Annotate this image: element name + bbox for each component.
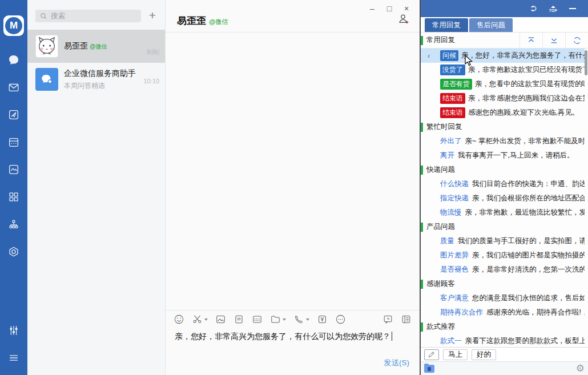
menu-icon[interactable] — [0, 344, 27, 372]
reply-text: 亲，您好，非常高兴为您服务了，有什么... — [461, 51, 585, 61]
search-input[interactable]: 搜索 — [35, 10, 141, 22]
expand-all-icon[interactable] — [542, 33, 565, 49]
reply-tag: 什么快递 — [440, 179, 469, 189]
emoji-icon[interactable] — [174, 314, 184, 325]
reply-text: 我有事离开一下,马上回来，请稍后。 — [458, 151, 585, 160]
section-color-bar — [421, 223, 423, 232]
top-icon[interactable]: TOP — [543, 2, 563, 15]
reply-item[interactable]: 是否有货亲，您看中的这款宝贝是有现货的呢... — [421, 77, 585, 91]
scrollbar-thumb[interactable] — [585, 50, 587, 75]
app-window: M — [0, 0, 588, 375]
avatar — [35, 35, 58, 58]
reply-text: 亲，非常抱歉这款宝贝已经没有现货了... — [468, 65, 585, 75]
minimize-button[interactable]: – — [364, 2, 381, 15]
reply-item[interactable]: 结束语感谢您的惠顾,欢迎下次光临,再见。 — [421, 106, 585, 120]
quick-reply-chip[interactable]: 马上 — [443, 349, 468, 360]
gear-icon[interactable]: ⚙ — [576, 364, 585, 373]
collapse-all-icon[interactable] — [519, 33, 542, 49]
reply-text: 亲，非常抱歉，最近物流比较繁忙，发... — [465, 208, 585, 217]
maximize-button[interactable]: □ — [381, 2, 398, 15]
reply-item[interactable]: 质量我们的质量与手工很好的，是实拍图，请... — [421, 234, 585, 248]
reply-item[interactable]: 款式一亲看下这款跟您要的那款款式，板型上... — [421, 334, 585, 347]
refresh-icon[interactable] — [565, 33, 588, 49]
reply-item[interactable]: 物流慢亲，非常抱歉，最近物流比较繁忙，发... — [421, 205, 585, 220]
workbench-icon[interactable] — [0, 101, 27, 128]
image-icon[interactable] — [215, 314, 226, 325]
contact-name: 易歪歪 — [64, 41, 88, 51]
chat-window: – □ × 易歪歪 @微信 — [166, 0, 420, 375]
close-button[interactable]: × — [398, 2, 415, 15]
folder-icon[interactable] — [424, 365, 434, 373]
gallery-icon[interactable] — [0, 156, 27, 183]
reply-text: 您的满意是我们永恒的追求，售后如... — [472, 293, 585, 303]
org-chart-icon[interactable] — [0, 211, 27, 238]
group-header-label: 常用回复 — [426, 35, 519, 45]
reply-tag: 款式一 — [440, 336, 462, 346]
chat-list-item[interactable]: 企业微信服务商助手 本周问答精选 10:10 — [27, 63, 165, 96]
chat-title: 易歪歪 — [177, 14, 206, 27]
reply-tag: 问候 — [440, 50, 458, 61]
call-icon[interactable] — [293, 314, 309, 325]
chat-list-panel: 搜索 + 易歪歪 @微信 — [27, 0, 166, 375]
reply-text: 亲，非常感谢您的惠顾我们这边会在第... — [468, 94, 585, 103]
section-label: 款式推荐 — [426, 322, 455, 332]
card-icon[interactable] — [252, 314, 263, 325]
message-list-icon[interactable] — [401, 314, 412, 325]
reply-item[interactable]: 期待再次合作感谢亲的光临，期待再合作啦!，... — [421, 305, 585, 320]
reply-item[interactable]: 客户满意您的满意是我们永恒的追求，售后如... — [421, 291, 585, 305]
reply-item[interactable]: 结束语亲，非常感谢您的惠顾我们这边会在第... — [421, 91, 585, 106]
chat-history-icon[interactable] — [382, 314, 393, 325]
pin-icon[interactable] — [524, 2, 543, 15]
reply-tag: 结束语 — [440, 93, 465, 104]
input-toolbar — [166, 310, 420, 328]
sliders-icon[interactable] — [0, 317, 27, 344]
reply-item[interactable]: 什么快递我们目前合作的快递为：申通、韵达... — [421, 177, 585, 191]
reply-text: 感谢亲的光临，期待再合作啦!，... — [486, 308, 585, 317]
more-icon[interactable] — [335, 314, 346, 325]
reply-tag: 外出了 — [440, 136, 462, 146]
mail-icon[interactable] — [0, 74, 27, 101]
message-input[interactable]: 亲，您好，非常高兴为您服务了，有什么可以为您效劳的呢？ — [166, 328, 420, 345]
wechat-badge: @微信 — [90, 43, 107, 51]
quick-reply-panel: TOP 常用回复 售后问题 常用回复 ‹问候亲，您好，非常高兴为您服务了，有什么… — [420, 0, 588, 375]
reply-text: 亲看下这款跟您要的那款款式，板型上... — [465, 336, 585, 346]
section-color-bar — [421, 280, 423, 289]
assistant-tabs: 常用回复 售后问题 — [421, 17, 588, 33]
reply-tag: 离开 — [440, 151, 454, 160]
apps-grid-icon[interactable] — [0, 183, 27, 211]
screenshot-icon[interactable] — [192, 314, 208, 325]
section-label: 产品问题 — [426, 222, 455, 232]
reply-item[interactable]: 外出了亲~ 掌柜外出发货，非常抱歉不能及时... — [421, 134, 585, 148]
reply-text: 亲，我们会根据你所在的地址匹配合... — [472, 193, 585, 203]
quick-chip-bar: 马上 好的 — [421, 347, 588, 361]
reply-item[interactable]: 离开我有事离开一下,马上回来，请稍后。 — [421, 148, 585, 163]
section-label: 快递问题 — [426, 165, 455, 175]
plugin-box-icon[interactable] — [0, 238, 27, 265]
chat-icon[interactable] — [0, 46, 27, 74]
reply-item[interactable]: 没货了亲，非常抱歉这款宝贝已经没有现货了... — [421, 63, 585, 77]
avatar — [35, 68, 58, 91]
edit-pencil-icon[interactable] — [424, 349, 439, 360]
reply-item[interactable]: 是否褪色亲，是非常好清洗的，您第一次洗的... — [421, 263, 585, 277]
panel-minimize-icon[interactable] — [563, 2, 582, 15]
add-chat-button[interactable]: + — [146, 9, 159, 23]
reply-item[interactable]: ‹问候亲，您好，非常高兴为您服务了，有什么... — [421, 49, 585, 63]
quick-reply-chip[interactable]: 好的 — [472, 349, 496, 360]
reply-item[interactable]: 图片差异亲，我们店铺的图片都是实物拍摄的... — [421, 248, 585, 263]
reply-tag: 是否褪色 — [440, 265, 469, 275]
chat-list-item[interactable]: 易歪歪 @微信 刚刚 — [27, 30, 165, 63]
reply-tag: 没货了 — [440, 64, 465, 75]
file-icon[interactable] — [233, 314, 244, 325]
send-button[interactable]: 发送(S) — [384, 358, 409, 368]
reply-tag: 客户满意 — [440, 293, 469, 303]
tab-aftersale[interactable]: 售后问题 — [469, 18, 513, 32]
reply-text: 亲，您看中的这款宝贝是有现货的呢... — [475, 79, 585, 89]
reply-item[interactable]: 指定快递亲，我们会根据你所在的地址匹配合... — [421, 191, 585, 205]
calendar-icon[interactable] — [0, 128, 27, 156]
payment-icon[interactable] — [317, 314, 328, 325]
folder-icon[interactable] — [270, 314, 286, 325]
app-logo[interactable]: M — [3, 15, 24, 36]
text-caret — [392, 332, 392, 341]
reply-tag: 图片差异 — [440, 251, 469, 260]
tab-common-replies[interactable]: 常用回复 — [425, 18, 468, 32]
